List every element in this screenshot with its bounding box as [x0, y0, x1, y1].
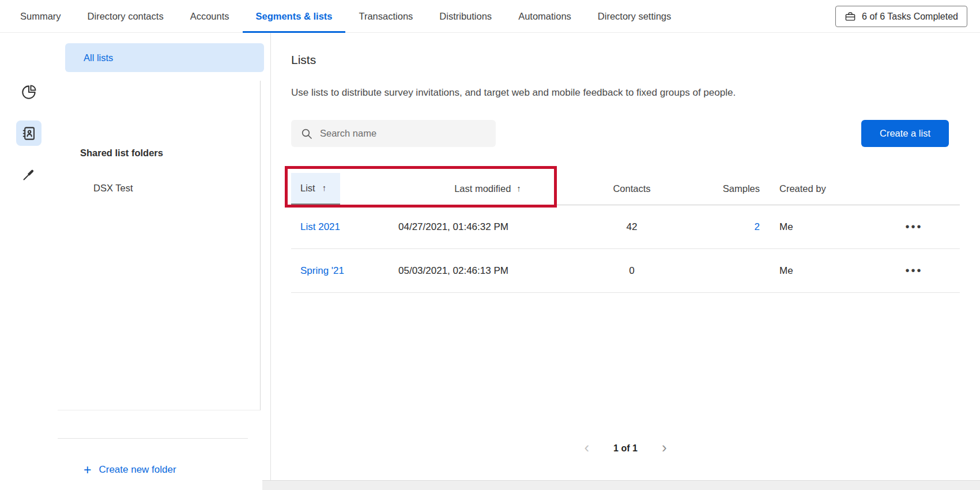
created-by-cell: Me [770, 249, 885, 292]
column-header-created-by[interactable]: Created by [770, 173, 885, 205]
last-modified-cell: 04/27/2021, 01:46:32 PM [398, 205, 577, 248]
folder-item-dsx-test[interactable]: DSX Test [93, 183, 133, 194]
lists-sidebar: All lists Shared list folders DSX Test +… [58, 33, 271, 490]
create-new-folder-button[interactable]: + Create new folder [84, 459, 176, 480]
horizontal-scrollbar[interactable] [262, 480, 980, 490]
shared-folders-panel: Shared list folders DSX Test [58, 81, 261, 410]
tab-distributions[interactable]: Distributions [426, 0, 505, 32]
tab-accounts[interactable]: Accounts [177, 0, 243, 32]
all-lists-label: All lists [84, 52, 113, 63]
created-by-cell: Me [770, 205, 885, 248]
samples-link[interactable]: 2 [755, 221, 760, 233]
table-row: Spring '21 05/03/2021, 02:46:13 PM 0 Me … [291, 249, 960, 293]
search-input[interactable] [320, 128, 488, 139]
tab-directory-contacts[interactable]: Directory contacts [74, 0, 177, 32]
pie-chart-icon [21, 84, 37, 100]
previous-page-button[interactable]: ‹ [584, 440, 589, 455]
column-header-actions [885, 173, 960, 205]
pagination: ‹ 1 of 1 › [271, 441, 980, 456]
sidebar-divider [58, 438, 248, 439]
column-header-list[interactable]: List ↑ [291, 173, 340, 205]
tab-directory-settings[interactable]: Directory settings [585, 0, 684, 32]
tab-transactions[interactable]: Transactions [345, 0, 426, 32]
briefcase-icon [845, 11, 856, 22]
tab-summary[interactable]: Summary [7, 0, 74, 32]
table-row: List 2021 04/27/2021, 01:46:32 PM 42 2 M… [291, 205, 960, 249]
sort-asc-icon: ↑ [322, 183, 327, 193]
tasks-completed-button[interactable]: 6 of 6 Tasks Completed [835, 6, 967, 27]
last-modified-cell: 05/03/2021, 02:46:13 PM [398, 249, 577, 292]
column-header-last-modified-label: Last modified [454, 183, 511, 194]
tab-automations[interactable]: Automations [505, 0, 585, 32]
tasks-completed-label: 6 of 6 Tasks Completed [862, 12, 958, 22]
shared-folders-heading: Shared list folders [80, 148, 163, 159]
table-header-row: List ↑ Last modified ↑ Contacts Samples … [291, 173, 960, 205]
column-header-list-label: List [300, 183, 315, 194]
row-actions-menu[interactable]: ••• [905, 264, 922, 277]
create-list-button[interactable]: Create a list [861, 120, 949, 147]
page-description: Use lists to distribute survey invitatio… [291, 87, 736, 99]
rail-item-segments[interactable] [16, 79, 42, 104]
page-title: Lists [291, 53, 316, 67]
row-actions-menu[interactable]: ••• [905, 220, 922, 233]
list-link[interactable]: List 2021 [300, 221, 340, 233]
page-indicator: 1 of 1 [613, 443, 638, 454]
eyedropper-icon [21, 167, 37, 182]
contacts-cell: 0 [577, 249, 687, 292]
icon-rail [0, 33, 58, 490]
contacts-cell: 42 [577, 205, 687, 248]
column-header-samples[interactable]: Samples [687, 173, 770, 205]
address-book-icon [21, 126, 37, 141]
sort-asc-icon: ↑ [517, 183, 521, 193]
top-navigation: Summary Directory contacts Accounts Segm… [0, 0, 980, 33]
sidebar-item-all-lists[interactable]: All lists [65, 43, 264, 72]
next-page-button[interactable]: › [662, 440, 667, 455]
rail-item-tools[interactable] [16, 161, 42, 187]
search-icon [301, 128, 312, 140]
column-header-contacts[interactable]: Contacts [577, 173, 687, 205]
tab-segments-lists[interactable]: Segments & lists [243, 0, 346, 32]
list-link[interactable]: Spring '21 [300, 265, 344, 277]
directory-tabs: Summary Directory contacts Accounts Segm… [7, 0, 684, 32]
search-box[interactable] [291, 120, 496, 147]
rail-item-lists[interactable] [16, 120, 42, 146]
lists-table: List ↑ Last modified ↑ Contacts Samples … [291, 173, 960, 293]
create-folder-label: Create new folder [99, 464, 176, 476]
plus-icon: + [84, 463, 91, 477]
column-header-last-modified[interactable]: Last modified ↑ [398, 173, 577, 205]
lists-main: Lists Use lists to distribute survey inv… [271, 33, 980, 490]
